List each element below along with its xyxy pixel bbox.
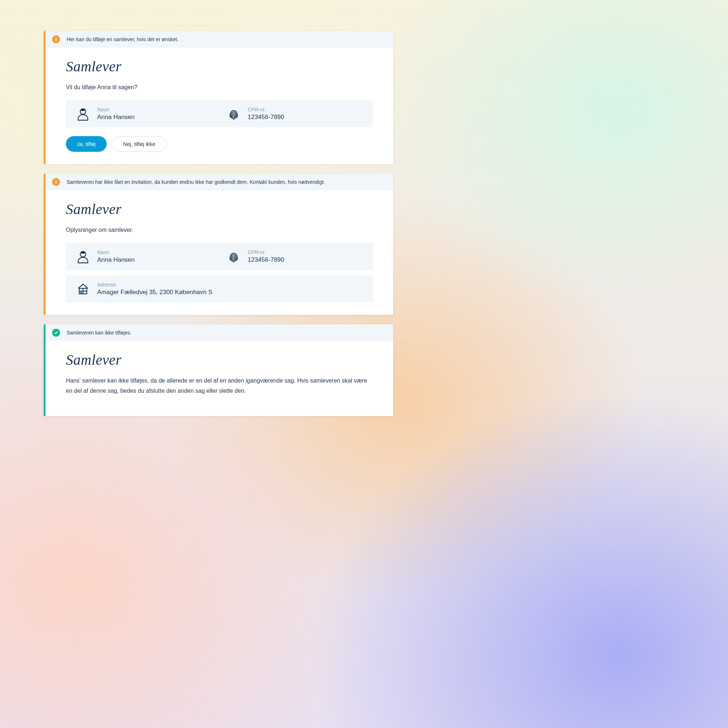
- address-value: Amager Fælledvej 35, 2300 København S: [97, 289, 213, 296]
- samlever-card-add: ! Her kan du tilføje en samlever, hvis d…: [44, 31, 393, 164]
- name-label: Navn: [97, 249, 135, 255]
- info-row-address: Adresse Amager Fælledvej 35, 2300 Københ…: [66, 275, 373, 303]
- alert-text: Her kan du tilføje en samlever, hvis det…: [67, 37, 178, 42]
- name-value: Anna Hansen: [97, 113, 135, 121]
- info-text: CPR-nr. 123456-7890: [248, 107, 284, 121]
- person-icon: [76, 107, 90, 121]
- info-text: Navn Anna Hansen: [97, 107, 135, 121]
- alert-text: Samleveren har ikke fået en invitation, …: [67, 179, 325, 185]
- card-title: Samlever: [66, 58, 373, 75]
- info-cpr: CPR-nr. 123456-7890: [227, 107, 363, 121]
- no-add-button[interactable]: Nej, tilføj ikke: [112, 136, 167, 152]
- card-title: Samlever: [66, 200, 373, 218]
- info-cpr: CPR-nr. 123456-7890: [227, 249, 363, 263]
- alert-icon: !: [52, 178, 60, 186]
- samlever-card-blocked: Samleveren kan ikke tilføjes. Samlever H…: [44, 324, 393, 416]
- card-subtitle: Oplysninger om samlever.: [66, 225, 373, 235]
- alert-icon: !: [52, 35, 60, 43]
- yes-add-button[interactable]: Ja, tilføj: [66, 136, 107, 152]
- card-title: Samlever: [66, 351, 373, 369]
- info-row: Navn Anna Hansen CPR-nr. 123456-7890: [66, 100, 373, 127]
- alert-text: Samleveren kan ikke tilføjes.: [67, 330, 132, 336]
- alert-bar: ! Samleveren har ikke fået en invitation…: [46, 174, 393, 190]
- card-body: Samlever Oplysninger om samlever. Navn A…: [46, 190, 393, 315]
- samlever-card-info: ! Samleveren har ikke fået en invitation…: [44, 174, 393, 315]
- fingerprint-icon: [227, 107, 241, 121]
- name-label: Navn: [97, 107, 135, 112]
- cpr-value: 123456-7890: [248, 113, 284, 121]
- address-label: Adresse: [97, 282, 213, 288]
- fingerprint-icon: [227, 250, 241, 263]
- card-subtitle: Hans' samlever kan ikke tilføjes, da de …: [66, 376, 373, 395]
- cpr-label: CPR-nr.: [248, 107, 284, 112]
- check-icon: [52, 329, 60, 337]
- info-name: Navn Anna Hansen: [76, 249, 212, 263]
- info-text: Navn Anna Hansen: [97, 249, 135, 263]
- cpr-value: 123456-7890: [248, 256, 284, 263]
- card-body: Samlever Vil du tilføje Anna til sagen? …: [46, 48, 393, 164]
- alert-bar: ! Her kan du tilføje en samlever, hvis d…: [46, 31, 393, 48]
- card-body: Samlever Hans' samlever kan ikke tilføje…: [46, 341, 393, 416]
- name-value: Anna Hansen: [97, 256, 135, 263]
- cpr-label: CPR-nr.: [248, 249, 284, 255]
- action-row: Ja, tilføj Nej, tilføj ikke: [66, 136, 373, 152]
- info-row: Navn Anna Hansen CPR-nr. 123456-7890: [66, 243, 373, 270]
- person-icon: [76, 250, 90, 263]
- svg-rect-5: [80, 292, 82, 294]
- house-icon: [76, 282, 90, 296]
- info-text: Adresse Amager Fælledvej 35, 2300 Københ…: [97, 282, 213, 296]
- info-text: CPR-nr. 123456-7890: [248, 249, 284, 263]
- card-subtitle: Vil du tilføje Anna til sagen?: [66, 82, 373, 92]
- info-name: Navn Anna Hansen: [76, 107, 212, 121]
- alert-bar: Samleveren kan ikke tilføjes.: [46, 324, 393, 341]
- info-address: Adresse Amager Fælledvej 35, 2300 Københ…: [76, 282, 362, 296]
